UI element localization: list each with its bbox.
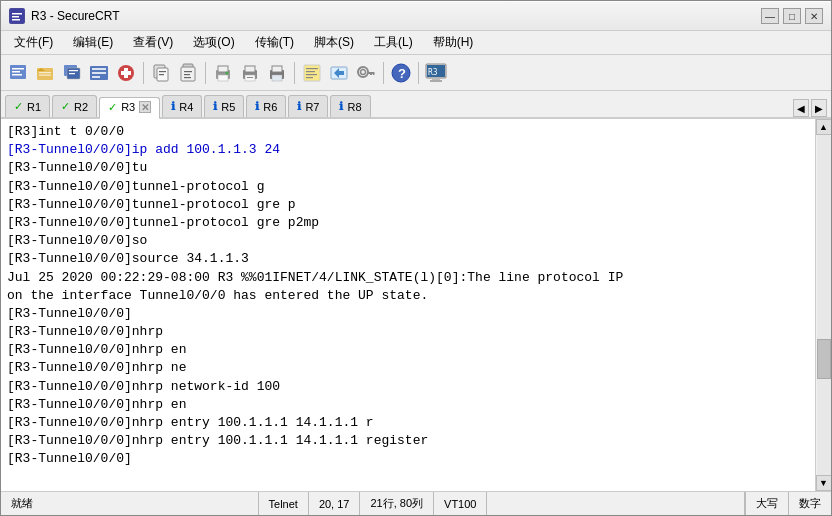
tab-R5[interactable]: ℹ R5 [204, 95, 244, 117]
maximize-button[interactable]: □ [783, 8, 801, 24]
tab-R6-label: R6 [263, 101, 277, 113]
menu-tools[interactable]: 工具(L) [365, 31, 422, 54]
svg-rect-51 [370, 72, 372, 75]
terminal-line-0: [R3]int t 0/0/0 [7, 124, 124, 139]
scroll-up-button[interactable]: ▲ [816, 119, 832, 135]
svg-rect-6 [12, 71, 20, 73]
svg-rect-44 [306, 71, 315, 72]
tab-R1[interactable]: ✓ R1 [5, 95, 50, 117]
menu-script[interactable]: 脚本(S) [305, 31, 363, 54]
terminal-output[interactable]: [R3]int t 0/0/0 [R3-Tunnel0/0/0]ip add 1… [1, 119, 815, 491]
tab-R7[interactable]: ℹ R7 [288, 95, 328, 117]
tab-R8-info-icon: ℹ [339, 100, 343, 113]
tb-open[interactable] [32, 60, 58, 86]
status-position: 21行, 80列 [360, 492, 434, 515]
tb-paste[interactable] [175, 60, 201, 86]
status-terminal-type-label: VT100 [444, 498, 476, 510]
terminal-line-4: [R3-Tunnel0/0/0]tunnel-protocol gre p [7, 197, 296, 212]
svg-rect-33 [218, 75, 228, 81]
tab-R4-label: R4 [179, 101, 193, 113]
tb-print[interactable] [210, 60, 236, 86]
tab-nav-prev[interactable]: ◀ [793, 99, 809, 117]
menu-file[interactable]: 文件(F) [5, 31, 62, 54]
status-protocol: Telnet [259, 492, 309, 515]
tb-log[interactable] [299, 60, 325, 86]
terminal-line-5: [R3-Tunnel0/0/0]tunnel-protocol gre p2mp [7, 215, 319, 230]
status-protocol-label: Telnet [269, 498, 298, 510]
tb-help[interactable]: ? [388, 60, 414, 86]
toolbar-sep-4 [383, 62, 384, 84]
svg-point-49 [361, 69, 366, 74]
tab-R6-info-icon: ℹ [255, 100, 259, 113]
terminal-line-15: [R3-Tunnel0/0/0]nhrp en [7, 397, 186, 412]
tab-R3-close-button[interactable]: ✕ [139, 101, 151, 113]
svg-rect-32 [218, 66, 228, 72]
svg-rect-25 [159, 74, 164, 75]
title-left: R3 - SecureCRT [9, 8, 119, 24]
svg-rect-42 [304, 65, 320, 81]
menu-view[interactable]: 查看(V) [124, 31, 182, 54]
tab-R2-label: R2 [74, 101, 88, 113]
svg-rect-1 [12, 13, 22, 15]
tab-R3[interactable]: ✓ R3 ✕ [99, 97, 160, 119]
main-window: R3 - SecureCRT — □ ✕ 文件(F) 编辑(E) 查看(V) 选… [0, 0, 832, 516]
app-icon [9, 8, 25, 24]
svg-rect-46 [306, 77, 313, 78]
svg-rect-17 [92, 72, 106, 74]
svg-rect-2 [12, 16, 19, 18]
terminal-line-9: on the interface Tunnel0/0/0 has entered… [7, 288, 428, 303]
svg-rect-24 [159, 71, 166, 72]
menu-help[interactable]: 帮助(H) [424, 31, 483, 54]
terminal-line-13: [R3-Tunnel0/0/0]nhrp ne [7, 360, 186, 375]
minimize-button[interactable]: — [761, 8, 779, 24]
toolbar-sep-2 [205, 62, 206, 84]
close-button[interactable]: ✕ [805, 8, 823, 24]
status-position-label: 21行, 80列 [370, 496, 423, 511]
svg-rect-41 [272, 75, 282, 81]
tab-R4[interactable]: ℹ R4 [162, 95, 202, 117]
terminal-line-11: [R3-Tunnel0/0/0]nhrp [7, 324, 163, 339]
status-terminal-type: VT100 [434, 492, 487, 515]
tb-connect[interactable] [113, 60, 139, 86]
menu-edit[interactable]: 编辑(E) [64, 31, 122, 54]
menu-transfer[interactable]: 传输(T) [246, 31, 303, 54]
status-num-label: 数字 [799, 496, 821, 511]
svg-rect-16 [92, 68, 106, 70]
tb-key[interactable] [353, 60, 379, 86]
tb-clone[interactable] [59, 60, 85, 86]
tb-xfer[interactable] [326, 60, 352, 86]
scroll-down-button[interactable]: ▼ [816, 475, 832, 491]
tb-print3[interactable] [264, 60, 290, 86]
svg-rect-28 [184, 71, 192, 72]
tab-nav-next[interactable]: ▶ [811, 99, 827, 117]
tab-R5-info-icon: ℹ [213, 100, 217, 113]
tb-new-session[interactable] [5, 60, 31, 86]
toolbar: ? R3 [1, 55, 831, 91]
scroll-track[interactable] [817, 135, 831, 475]
svg-rect-57 [432, 78, 440, 80]
tab-nav: ◀ ▶ [793, 99, 827, 117]
terminal-line-10: [R3-Tunnel0/0/0] [7, 306, 132, 321]
tb-copy[interactable] [148, 60, 174, 86]
scroll-thumb[interactable] [817, 339, 831, 379]
svg-rect-21 [121, 71, 131, 75]
tab-R7-info-icon: ℹ [297, 100, 301, 113]
svg-point-34 [226, 71, 229, 74]
svg-rect-38 [247, 77, 253, 78]
tb-monitor[interactable]: R3 [423, 60, 449, 86]
terminal-line-3: [R3-Tunnel0/0/0]tunnel-protocol g [7, 179, 264, 194]
tb-session-manager[interactable] [86, 60, 112, 86]
menu-options[interactable]: 选项(O) [184, 31, 243, 54]
terminal-line-1: [R3-Tunnel0/0/0]ip add 100.1.1.3 24 [7, 142, 280, 157]
svg-point-48 [358, 67, 368, 77]
tab-R2[interactable]: ✓ R2 [52, 95, 97, 117]
tab-R6[interactable]: ℹ R6 [246, 95, 286, 117]
svg-rect-29 [184, 74, 190, 75]
tab-R1-check-icon: ✓ [14, 100, 23, 113]
tb-print2[interactable] [237, 60, 263, 86]
terminal-area: [R3]int t 0/0/0 [R3-Tunnel0/0/0]ip add 1… [1, 119, 831, 491]
tab-R8[interactable]: ℹ R8 [330, 95, 370, 117]
tab-R7-label: R7 [305, 101, 319, 113]
svg-rect-18 [92, 76, 100, 78]
svg-rect-45 [306, 74, 317, 75]
